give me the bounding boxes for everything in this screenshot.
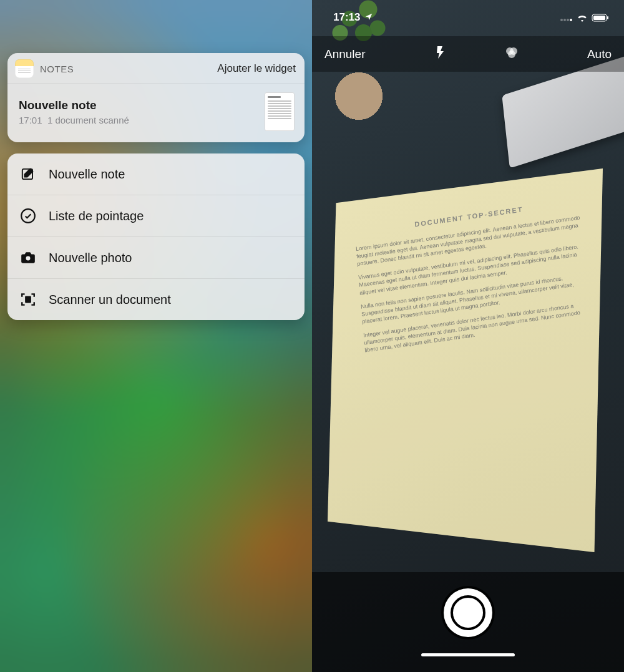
- shutter-bar: [312, 572, 624, 672]
- cancel-button[interactable]: Annuler: [324, 47, 366, 61]
- svg-rect-3: [25, 296, 31, 303]
- notes-app-icon: [15, 59, 34, 78]
- widget-body[interactable]: Nouvelle note 17:01 1 document scanné: [7, 84, 305, 142]
- svg-point-4: [560, 19, 563, 21]
- checklist-icon: [19, 208, 37, 224]
- recent-note-subline: 17:01 1 document scanné: [19, 115, 129, 125]
- flash-icon[interactable]: [433, 45, 448, 63]
- camera-icon: [19, 250, 37, 266]
- add-widget-button[interactable]: Ajouter le widget: [217, 62, 296, 75]
- action-label: Nouvelle note: [49, 167, 125, 182]
- svg-rect-10: [593, 16, 605, 20]
- status-left: 17:13: [333, 11, 373, 24]
- shutter-button[interactable]: [444, 588, 492, 637]
- capture-mode-button[interactable]: Auto: [587, 47, 612, 61]
- quick-actions-card: Nouvelle note Liste de pointage: [7, 153, 305, 320]
- status-bar: 17:13: [312, 7, 624, 24]
- camera-viewfinder: DOCUMENT TOP-SECRET Lorem ipsum dolor si…: [312, 0, 624, 672]
- svg-point-5: [563, 19, 566, 21]
- recent-note-thumbnail: [265, 92, 295, 131]
- battery-icon: [592, 14, 609, 22]
- svg-point-13: [508, 51, 515, 58]
- svg-point-7: [570, 19, 572, 21]
- action-label: Nouvelle photo: [49, 251, 132, 265]
- cellular-icon: [560, 14, 573, 21]
- action-checklist[interactable]: Liste de pointage: [7, 195, 305, 237]
- action-new-note[interactable]: Nouvelle note: [7, 153, 305, 195]
- right-panel-scanner: DOCUMENT TOP-SECRET Lorem ipsum dolor si…: [312, 0, 624, 672]
- action-scan-document[interactable]: Scanner un document: [7, 279, 305, 320]
- recent-note-subtitle: 1 document scanné: [47, 115, 129, 125]
- notes-widget-card[interactable]: NOTES Ajouter le widget Nouvelle note 17…: [7, 53, 305, 142]
- svg-point-1: [21, 209, 35, 223]
- svg-point-6: [567, 19, 569, 21]
- svg-point-2: [26, 256, 31, 261]
- scanner-toolbar: Annuler Auto: [312, 36, 624, 72]
- action-label: Scanner un document: [49, 293, 171, 307]
- left-panel-3dtouch: NOTES Ajouter le widget Nouvelle note 17…: [0, 0, 312, 672]
- status-right: [560, 14, 609, 22]
- widget-app-name: NOTES: [40, 64, 74, 74]
- action-new-photo[interactable]: Nouvelle photo: [7, 237, 305, 279]
- scan-icon: [19, 291, 37, 308]
- action-label: Liste de pointage: [49, 209, 144, 223]
- recent-note-title: Nouvelle note: [19, 99, 129, 112]
- svg-rect-9: [607, 16, 608, 19]
- compose-icon: [19, 166, 37, 182]
- recent-note-time: 17:01: [19, 115, 42, 125]
- filters-icon[interactable]: [504, 45, 519, 63]
- widget-header: NOTES Ajouter le widget: [7, 53, 305, 84]
- status-time: 17:13: [333, 11, 360, 23]
- wifi-icon: [577, 14, 588, 22]
- home-indicator[interactable]: [421, 653, 515, 656]
- location-icon: [363, 11, 373, 23]
